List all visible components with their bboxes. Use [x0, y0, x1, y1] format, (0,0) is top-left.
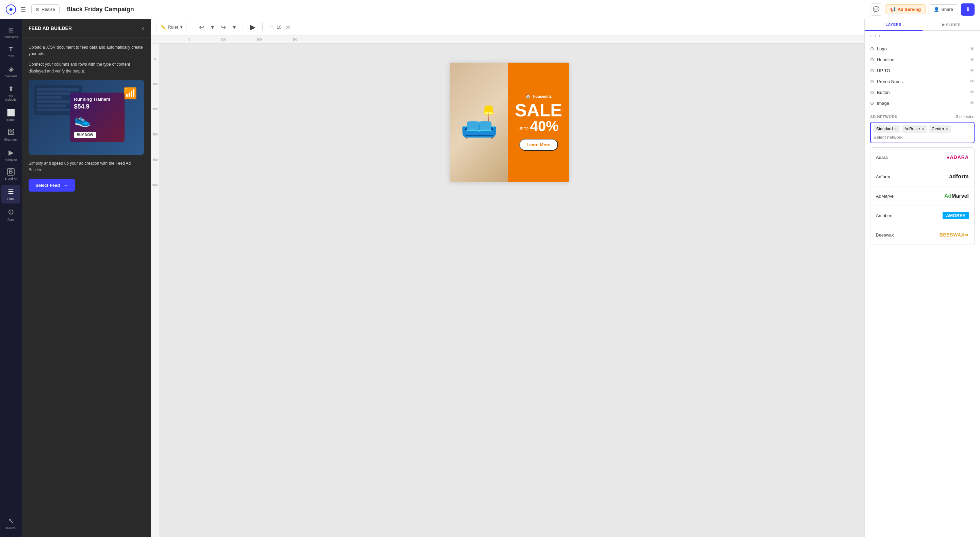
layer-item-image[interactable]: ⊙ Image 👁: [865, 98, 980, 108]
share-button[interactable]: 👤 Share: [929, 5, 958, 14]
sidebar-item-label: Bkground: [5, 138, 18, 142]
undo-dropdown[interactable]: ▾: [210, 22, 215, 32]
preview-product-name: Running Trainers: [74, 97, 121, 102]
arrow-icon: →: [63, 182, 68, 188]
sidebar-item-apps[interactable]: ⊕ Apps: [2, 205, 21, 224]
eye-icon[interactable]: 👁: [970, 46, 975, 51]
redo-dropdown[interactable]: ▾: [231, 22, 237, 32]
eye-icon[interactable]: 👁: [970, 79, 975, 84]
network-tag-centro: Centro ×: [929, 125, 951, 133]
brand-kit-icon: B: [7, 168, 14, 175]
sidebar-item-templates[interactable]: ⊞ Templates: [2, 23, 21, 42]
layer-item-logo[interactable]: ⊙ Logo 👁: [865, 43, 980, 54]
network-option-amobee[interactable]: Amobee AMOBEE: [870, 206, 974, 225]
topbar: ☰ ⊡ Resize Black Friday Campaign 💬 📢 Ad …: [0, 0, 980, 19]
layer-type-icon: ⊙: [870, 100, 874, 106]
sidebar-item-feed[interactable]: ☰ Feed: [2, 185, 21, 204]
sidebar-item-text[interactable]: T Text: [2, 43, 21, 61]
layer-item-button[interactable]: ⊙ Button 👁: [865, 87, 980, 98]
zoom-out-button[interactable]: −: [268, 22, 275, 32]
ad-cta-button[interactable]: Learn More: [519, 139, 558, 151]
wifi-icon: 📶: [124, 87, 137, 100]
network-tag-standard: Standard ×: [873, 125, 900, 133]
tab-slides[interactable]: ▶ SLIDES: [923, 19, 980, 30]
layer-name: Headline: [877, 57, 967, 62]
layer-name: UP TO: [877, 68, 967, 73]
layer-type-icon: ⊙: [870, 89, 874, 95]
tag-label: Centro: [932, 127, 944, 131]
feed-panel-header: FEED AD BUILDER ‹: [22, 19, 151, 37]
layer-type-icon: ⊙: [870, 79, 874, 84]
network-option-beeswax[interactable]: Beeswax BEESWAX⇒: [870, 225, 974, 245]
layer-item-upto[interactable]: ⊙ UP TO 👁: [865, 65, 980, 76]
px-unit: px: [285, 25, 290, 30]
menu-icon[interactable]: ☰: [21, 6, 26, 13]
topbar-right: 💬 📢 Ad Serving 👤 Share ⬇: [870, 3, 975, 16]
network-option-adara[interactable]: Adara ●ADARA: [870, 148, 974, 167]
ruler-toggle[interactable]: 📏 Ruler ▾: [156, 23, 186, 31]
feed-description-3: Simplify and speed up your ad creation w…: [29, 160, 144, 173]
network-option-admarvel[interactable]: AdMarvel AdMarvel: [870, 186, 974, 206]
selected-count: 3 selected: [956, 114, 975, 119]
download-button[interactable]: ⬇: [961, 3, 975, 16]
eye-icon[interactable]: 👁: [970, 57, 975, 62]
sidebar-item-my-uploads[interactable]: ⬆ My Uploads: [2, 82, 21, 105]
network-dropdown: Adara ●ADARA Adform adform AdMarvel AdMa…: [870, 147, 975, 245]
feed-panel: FEED AD BUILDER ‹ Upload a .CSV document…: [22, 19, 151, 537]
feed-panel-close[interactable]: ‹: [142, 24, 144, 32]
resize-button[interactable]: ⊡ Resize: [31, 5, 60, 14]
sidebar-item-button[interactable]: ⬜ Button: [2, 106, 21, 124]
network-search-input[interactable]: [873, 135, 971, 140]
layer-item-headline[interactable]: ⊙ Headline 👁: [865, 54, 980, 65]
remove-standard-button[interactable]: ×: [894, 126, 897, 132]
tab-layers[interactable]: LAYERS: [865, 19, 923, 31]
prev-layer-btn[interactable]: ‹: [870, 34, 872, 38]
apps-icon: ⊕: [8, 207, 14, 217]
sidebar-item-label: Elements: [5, 75, 18, 78]
sidebar-item-resize[interactable]: ⤡ Resize: [2, 514, 21, 533]
sidebar-item-elements[interactable]: ◈ Elements: [2, 62, 21, 81]
canvas-wrapper[interactable]: 0 100 200 300 0 100 200 300 400 500 🛋️: [151, 35, 864, 537]
adform-logo: adform: [950, 172, 969, 182]
video-icon: ▶: [942, 22, 945, 27]
ad-serving-button[interactable]: 📢 Ad Serving: [885, 5, 926, 14]
select-feed-button[interactable]: Select Feed →: [29, 178, 75, 191]
remove-centro-button[interactable]: ×: [945, 126, 948, 132]
undo-button[interactable]: ↩: [198, 22, 205, 32]
eye-icon[interactable]: 👁: [970, 68, 975, 73]
templates-icon: ⊞: [8, 26, 14, 34]
ad-canvas[interactable]: 🛋️ 🏠 houseglitz SALE UP TO: [450, 63, 569, 182]
layer-item-promo-num[interactable]: ⊙ Promo Num... 👁: [865, 76, 980, 87]
sidebar-item-label: Templates: [4, 35, 18, 39]
eye-icon[interactable]: 👁: [970, 89, 975, 95]
next-layer-btn[interactable]: ›: [879, 34, 880, 38]
network-input-box[interactable]: Standard × AdButler × Centro ×: [870, 122, 975, 143]
ad-discount: UP TO 40%: [519, 119, 559, 134]
sidebar-item-bkground[interactable]: 🖼 Bkground: [2, 126, 21, 144]
ruler-horizontal: 0 100 200 300: [151, 35, 864, 43]
eye-icon[interactable]: 👁: [970, 100, 975, 106]
left-sidebar: ⊞ Templates T Text ◈ Elements ⬆ My Uploa…: [0, 19, 22, 537]
tag-label: Standard: [876, 127, 893, 131]
sidebar-item-label: My Uploads: [3, 94, 18, 102]
play-button[interactable]: ▶: [248, 21, 257, 33]
feed-preview-image: 📶 Running Trainers $54.9 👟 BUY NOW: [29, 80, 144, 155]
comment-button[interactable]: 💬: [870, 3, 882, 16]
bkground-icon: 🖼: [8, 129, 14, 137]
ad-inner: 🛋️ 🏠 houseglitz SALE UP TO: [450, 63, 569, 182]
network-name: Adara: [876, 155, 888, 160]
feed-description-2: Connect your columns and rows with the t…: [29, 61, 144, 74]
layer-count-row: ‹ 1 ›: [865, 31, 980, 40]
sidebar-item-animator[interactable]: ▶ Animator: [2, 146, 21, 164]
sidebar-item-brand-kit[interactable]: B Brand Kit: [2, 166, 21, 183]
redo-button[interactable]: ↪: [220, 22, 227, 32]
remove-adbutler-button[interactable]: ×: [921, 126, 924, 132]
network-option-adform[interactable]: Adform adform: [870, 167, 974, 186]
ruler-icon: 📏: [160, 24, 166, 30]
layer-type-icon: ⊙: [870, 46, 874, 51]
logo: [5, 4, 16, 15]
ad-image-area: 🛋️: [450, 63, 508, 182]
text-icon: T: [9, 46, 13, 53]
network-tag-adbutler: AdButler ×: [902, 125, 927, 133]
sidebar-item-label: Button: [6, 118, 15, 122]
